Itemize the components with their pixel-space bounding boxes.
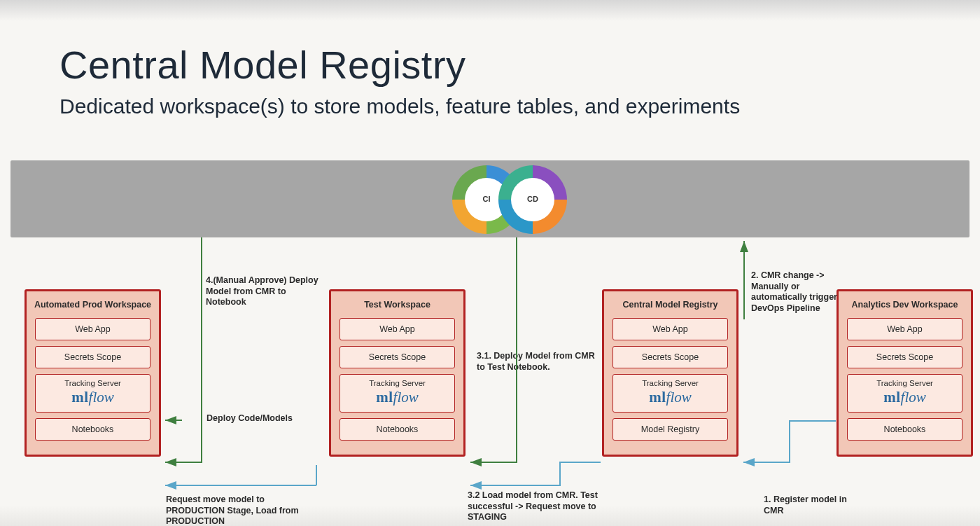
label-step4: 4.(Manual Approve) Deploy Model from CMR…: [206, 275, 321, 308]
page-subtitle: Dedicated workspace(s) to store models, …: [59, 95, 740, 118]
workspace-cmr-title: Central Model Registry: [611, 300, 729, 310]
workspace-prod-notebooks: Notebooks: [35, 418, 150, 441]
page-title: Central Model Registry: [59, 42, 466, 88]
workspace-test-secrets: Secrets Scope: [340, 346, 455, 368]
workspace-prod-webapp: Web App: [35, 318, 150, 340]
workspace-cmr-webapp: Web App: [612, 318, 728, 340]
workspace-prod-tracking: Tracking Server mlflow: [35, 374, 150, 413]
slide: Central Model Registry Dedicated workspa…: [0, 0, 980, 526]
workspace-prod-secrets: Secrets Scope: [35, 346, 150, 368]
arrow-cicd-to-prod: [165, 237, 202, 462]
workspace-dev-title: Analytics Dev Workspace: [846, 300, 964, 310]
workspace-cmr-tracking: Tracking Server mlflow: [612, 374, 728, 413]
mlflow-logo-icon: mlflow: [883, 389, 926, 406]
workspace-dev-webapp: Web App: [847, 318, 962, 340]
cicd-rings: CI CD: [452, 165, 592, 234]
cd-ring-icon: CD: [498, 165, 567, 234]
workspace-dev: Analytics Dev Workspace Web App Secrets …: [836, 289, 973, 457]
mlflow-logo-icon: mlflow: [376, 389, 419, 406]
mlflow-logo-icon: mlflow: [71, 389, 114, 406]
arrow-dev-to-cmr: [743, 421, 836, 462]
label-step1: 1. Register model in CMR: [764, 494, 848, 516]
workspace-test: Test Workspace Web App Secrets Scope Tra…: [329, 289, 465, 457]
workspace-test-notebooks: Notebooks: [340, 418, 455, 441]
workspace-test-title: Test Workspace: [338, 300, 456, 310]
label-deploy-code-models: Deploy Code/Models: [188, 413, 293, 424]
mlflow-logo-icon: mlflow: [649, 389, 692, 406]
workspace-dev-secrets: Secrets Scope: [847, 346, 962, 368]
arrow-cicd-to-test: [470, 237, 517, 462]
workspace-cmr-secrets: Secrets Scope: [612, 346, 728, 368]
tracking-server-label: Tracking Server: [616, 379, 724, 387]
tracking-server-label: Tracking Server: [850, 379, 959, 387]
workspace-cmr: Central Model Registry Web App Secrets S…: [602, 289, 738, 457]
workspace-prod: Automated Prod Workspace Web App Secrets…: [24, 289, 161, 457]
label-request-prod: Request move model to PRODUCTION Stage, …: [166, 494, 313, 526]
label-step2: 2. CMR change -> Manually or automatical…: [751, 270, 856, 314]
label-step32: 3.2 Load model from CMR. Test successful…: [468, 490, 615, 523]
workspace-prod-title: Automated Prod Workspace: [34, 300, 152, 310]
tracking-server-label: Tracking Server: [343, 379, 451, 387]
workspace-dev-notebooks: Notebooks: [847, 418, 962, 441]
workspace-test-webapp: Web App: [340, 318, 455, 340]
tracking-server-label: Tracking Server: [38, 379, 147, 387]
workspace-dev-tracking: Tracking Server mlflow: [847, 374, 962, 413]
label-step31: 3.1. Deploy Model from CMR to Test Noteb…: [477, 351, 596, 373]
cd-label: CD: [498, 195, 567, 203]
workspace-cmr-modelregistry: Model Registry: [612, 418, 728, 441]
workspace-test-tracking: Tracking Server mlflow: [340, 374, 455, 413]
arrow-cmr-to-test-bottom: [470, 462, 601, 485]
